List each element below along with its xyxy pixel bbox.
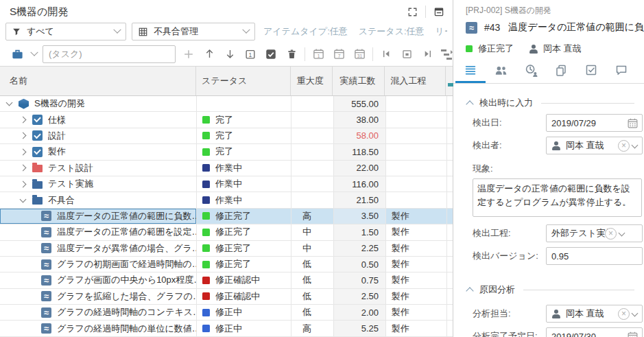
detect-process-label: 検出工程: — [473, 227, 546, 240]
svg-text:31: 31 — [357, 54, 362, 58]
table-row[interactable]: グラフの経過時間軸のコンテキス… 修正中 低 2.00 製作 — [0, 305, 453, 321]
status-filter[interactable]: ステータス:任意 — [359, 25, 425, 38]
task-check-icon — [32, 130, 43, 141]
chevron-down-icon[interactable] — [618, 229, 625, 236]
level-1-icon[interactable]: 1 — [240, 46, 261, 62]
detect-date-field[interactable]: 2019/07/29 — [546, 114, 643, 132]
table-row[interactable]: テスト設計 作業中 22.00 — [0, 161, 453, 176]
chevron-down-icon[interactable] — [27, 46, 41, 62]
section-heading: 検出時に入力 — [479, 97, 533, 109]
detect-process-field[interactable]: 外部テスト実施 — [546, 224, 643, 242]
table-row[interactable]: 設計 完了 58.00 — [0, 128, 453, 144]
jump-first-icon[interactable] — [376, 46, 396, 62]
tab-members[interactable] — [486, 59, 516, 83]
move-up-icon[interactable] — [199, 46, 219, 62]
task-check-icon — [32, 147, 43, 157]
briefcase-icon[interactable] — [7, 46, 27, 62]
item-table: 名前 ステータス 重大度 実績工数 混入工程 S機器の開発 555.00 仕様 … — [0, 66, 453, 337]
chevron-collapsed-icon[interactable] — [20, 148, 27, 155]
defect-icon — [41, 275, 51, 286]
table-row[interactable]: 仕様 完了 38.00 — [0, 112, 453, 128]
table-row[interactable]: グラフの初期画面で経過時間軸の… 修正完了 低 0.50 製作 — [0, 257, 453, 272]
calendar-today-icon[interactable] — [396, 46, 417, 62]
chevron-expanded-icon[interactable] — [6, 100, 13, 106]
project-icon — [19, 99, 29, 109]
table-row[interactable]: グラフを拡縮した場合、グラフの… 修正確認中 低 2.50 製作 — [0, 289, 453, 305]
phenomenon-label: 現象: — [473, 163, 644, 175]
divider — [372, 47, 373, 61]
calendar-month-icon[interactable]: 31 — [349, 46, 370, 62]
calendar-picker-icon[interactable] — [627, 331, 639, 337]
filter-bar: すべて 不具合管理 アイテムタイプ:任意 ステータス:任意 リーダー:任意 — [0, 22, 453, 41]
move-down-icon[interactable] — [219, 46, 240, 62]
chevron-down-icon[interactable] — [632, 310, 639, 316]
person-icon — [551, 141, 561, 150]
assignee-name: 岡本 直哉 — [543, 43, 582, 55]
table-row[interactable]: 製作 完了 118.50 — [0, 144, 453, 160]
detector-label: 検出者: — [473, 139, 546, 152]
task-search-input[interactable] — [43, 45, 176, 63]
expand-fullscreen-icon[interactable] — [407, 7, 418, 17]
chevron-collapsed-icon[interactable] — [20, 117, 27, 124]
collapse-icon — [466, 100, 473, 108]
tab-tasks[interactable] — [576, 59, 606, 83]
table-row[interactable]: 不具合 作業中 21.50 — [0, 192, 453, 208]
chevron-collapsed-icon[interactable] — [20, 181, 27, 187]
column-header-status[interactable]: ステータス — [196, 67, 291, 95]
item-id: #43 — [484, 22, 500, 33]
active-filters: アイテムタイプ:任意 ステータス:任意 リーダー:任意 — [263, 25, 447, 38]
chevron-collapsed-icon[interactable] — [20, 165, 27, 172]
detector-field[interactable]: 岡本 直哉 — [546, 137, 643, 154]
defect-icon — [41, 307, 51, 318]
column-header-injected-process[interactable]: 混入工程 — [385, 67, 446, 95]
analyst-field[interactable]: 岡本 直哉 — [546, 305, 643, 323]
analysis-due-field[interactable]: 2019/07/30 — [546, 327, 643, 337]
defect-icon — [41, 227, 51, 237]
calendar-picker-icon[interactable] — [627, 117, 639, 129]
divider — [425, 5, 426, 18]
phenomenon-textarea[interactable]: 温度データの正常値の範囲に負数を設定するとプログラムが異常停止する。 — [473, 178, 642, 217]
trash-icon[interactable] — [281, 46, 302, 62]
table-row[interactable]: グラフが画面の中央から10px程度… 修正確認中 低 0.75 製作 — [0, 272, 453, 288]
complete-check-icon[interactable] — [261, 46, 281, 62]
view-selected-label: 不具合管理 — [154, 25, 198, 38]
tab-comments[interactable] — [606, 59, 636, 83]
column-header-severity[interactable]: 重大度 — [291, 67, 333, 95]
detect-version-field[interactable]: 0.95 — [546, 247, 643, 265]
table-row[interactable]: S機器の開発 555.00 — [0, 96, 453, 112]
add-item-icon[interactable] — [178, 46, 199, 62]
column-header-name[interactable]: 名前 — [0, 67, 196, 95]
table-row[interactable]: グラフの経過時間軸の単位に数値… 修正中 高 5.25 製作 — [0, 321, 453, 336]
app-window: { "left_panel": { "title": "S機器の開発", "fi… — [0, 0, 644, 337]
table-row[interactable]: 温度データの正常値の範囲を設定… 修正完了 中 1.50 製作 — [0, 224, 453, 240]
chevron-expanded-icon[interactable] — [20, 196, 27, 202]
section-detection[interactable]: 検出時に入力 — [466, 97, 634, 109]
chevron-collapsed-icon[interactable] — [20, 132, 27, 139]
clear-icon[interactable] — [605, 228, 617, 240]
folder-icon — [32, 165, 43, 172]
table-row[interactable]: 温度データが異常値の場合、グラ… 修正完了 中 2.25 製作 — [0, 241, 453, 257]
filter-dropdown[interactable]: すべて — [5, 23, 126, 40]
tab-copy[interactable] — [546, 59, 576, 83]
item-type-filter[interactable]: アイテムタイプ:任意 — [263, 25, 348, 38]
clear-icon[interactable] — [618, 140, 630, 152]
calendar-view-icon[interactable] — [433, 6, 444, 17]
table-row[interactable]: テスト実施 作業中 116.00 — [0, 176, 453, 192]
tab-history[interactable] — [516, 59, 546, 83]
calendar-day-icon[interactable]: 1 — [308, 46, 329, 62]
chevron-down-icon[interactable] — [632, 141, 639, 148]
leader-filter[interactable]: リーダー:任意 — [436, 25, 447, 38]
table-row-selected[interactable]: 温度データの正常値の範囲に負数… 修正完了 高 3.50 製作 — [0, 209, 453, 224]
column-header-actual-hours[interactable]: 実績工数 — [333, 67, 385, 95]
section-analysis[interactable]: 原因分析 — [466, 283, 634, 296]
view-dropdown[interactable]: 不具合管理 — [132, 23, 255, 40]
svg-text:7: 7 — [337, 54, 340, 58]
table-header: 名前 ステータス 重大度 実績工数 混入工程 — [0, 66, 453, 96]
clear-icon[interactable] — [618, 308, 630, 320]
detect-date-label: 検出日: — [473, 117, 546, 129]
calendar-week-icon[interactable]: 7 — [329, 46, 349, 62]
jump-last-icon[interactable] — [417, 46, 438, 62]
funnel-icon — [12, 27, 21, 36]
panel-title-bar: S機器の開発 — [0, 0, 453, 22]
tab-details[interactable] — [455, 59, 486, 83]
